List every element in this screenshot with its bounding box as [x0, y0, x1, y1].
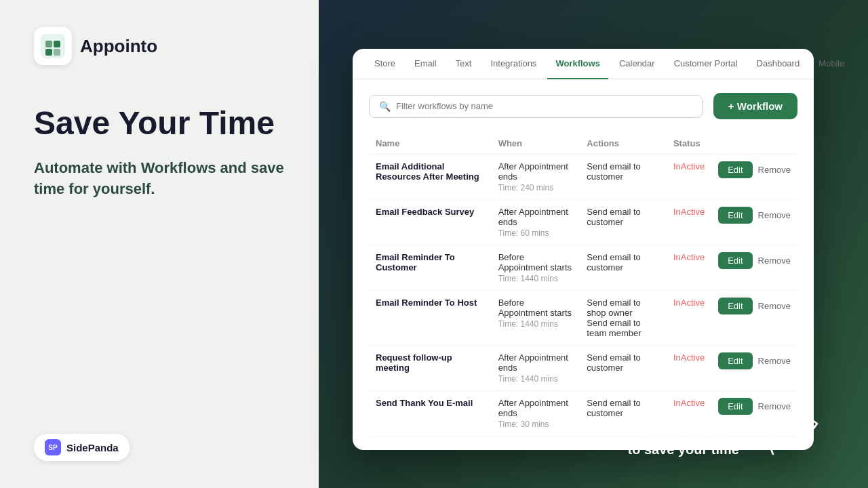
tab-workflows[interactable]: Workflows	[547, 49, 608, 79]
workflow-when-cell: Before Appointment startsTime: 1440 mins	[492, 291, 580, 346]
edit-button[interactable]: Edit	[718, 352, 752, 369]
table-row: Email Reminder To HostBefore Appointment…	[369, 291, 797, 346]
workflow-name: Email Reminder To Customer	[376, 252, 455, 272]
workflow-actions-cell: Send email to shop owner Send email to t…	[580, 291, 667, 346]
tab-integrations[interactable]: Integrations	[482, 49, 545, 79]
table-row: Email Reminder To CustomerBefore Appoint…	[369, 245, 797, 291]
right-panel: Store Email Text Integrations Workflows …	[319, 0, 868, 488]
remove-button[interactable]: Remove	[758, 356, 791, 366]
row-actions-group: EditRemove	[718, 161, 791, 178]
sidepanda-icon: SP	[45, 439, 61, 455]
col-actions: Actions	[580, 133, 667, 155]
when-time: Time: 240 mins	[498, 183, 574, 192]
edit-button[interactable]: Edit	[718, 207, 752, 224]
table-row: Email Additional Resources After Meeting…	[369, 155, 797, 200]
workflow-row-actions-cell: EditRemove	[711, 346, 797, 391]
row-actions-group: EditRemove	[718, 398, 791, 415]
status-badge: InActive	[673, 252, 705, 262]
remove-button[interactable]: Remove	[758, 401, 791, 411]
when-main: After Appointment ends	[498, 161, 574, 182]
status-badge: InActive	[673, 352, 705, 363]
workflows-table: Name When Actions Status Email Additiona…	[369, 133, 797, 436]
workflow-actions-text: Send email to customer	[587, 161, 660, 182]
workflow-actions-cell: Send email to customer	[580, 245, 667, 291]
edit-button[interactable]: Edit	[718, 398, 752, 415]
when-main: After Appointment ends	[498, 398, 574, 418]
bottom-cta-text: Add workflowto save your time	[627, 423, 739, 458]
tab-email[interactable]: Email	[406, 49, 445, 79]
remove-button[interactable]: Remove	[758, 301, 791, 311]
tab-text[interactable]: Text	[448, 49, 480, 79]
when-time: Time: 30 mins	[498, 420, 574, 429]
row-actions-group: EditRemove	[718, 252, 791, 269]
left-panel: Appointo Save Your Time Automate with Wo…	[0, 0, 319, 488]
workflow-name: Send Thank You E-mail	[376, 398, 473, 408]
tab-customer-portal[interactable]: Customer Portal	[666, 49, 746, 79]
workflow-name-cell: Email Reminder To Customer	[369, 245, 492, 291]
row-actions-group: EditRemove	[718, 352, 791, 369]
when-main: After Appointment ends	[498, 207, 574, 227]
workflow-status-cell: InActive	[667, 200, 711, 245]
when-time: Time: 1440 mins	[498, 374, 574, 384]
svg-rect-1	[45, 41, 52, 47]
svg-rect-0	[41, 34, 65, 58]
workflow-row-actions-cell: EditRemove	[711, 245, 797, 291]
status-badge: InActive	[673, 398, 705, 408]
tab-dashboard[interactable]: Dashboard	[749, 49, 808, 79]
when-main: Before Appointment starts	[498, 298, 574, 318]
workflow-status-cell: InActive	[667, 245, 711, 291]
tab-store[interactable]: Store	[366, 49, 403, 79]
table-row: Request follow-up meetingAfter Appointme…	[369, 346, 797, 391]
table-row: Email Feedback SurveyAfter Appointment e…	[369, 200, 797, 245]
workflow-actions-text: Send email to customer	[587, 252, 660, 272]
edit-button[interactable]: Edit	[718, 252, 752, 269]
hero-content: Save Your Time Automate with Workflows a…	[34, 106, 285, 434]
when-time: Time: 60 mins	[498, 228, 574, 238]
search-input[interactable]	[396, 101, 692, 111]
row-actions-group: EditRemove	[718, 207, 791, 224]
workflow-name-cell: Email Feedback Survey	[369, 200, 492, 245]
workflow-actions-text: Send email to shop owner Send email to t…	[587, 298, 660, 338]
when-main: Before Appointment starts	[498, 252, 574, 272]
tab-mobile[interactable]: Mobile	[810, 49, 852, 79]
workflow-name: Request follow-up meeting	[376, 352, 452, 373]
workflow-row-actions-cell: EditRemove	[711, 291, 797, 346]
when-time: Time: 1440 mins	[498, 319, 574, 329]
remove-button[interactable]: Remove	[758, 165, 791, 175]
edit-button[interactable]: Edit	[718, 161, 752, 178]
remove-button[interactable]: Remove	[758, 210, 791, 220]
status-badge: InActive	[673, 161, 705, 171]
bottom-cta-area: Add workflowto save your time	[627, 413, 827, 468]
sidepanda-badge: SP SidePanda	[34, 434, 130, 461]
tab-calendar[interactable]: Calendar	[611, 49, 663, 79]
workflow-when-cell: After Appointment endsTime: 30 mins	[492, 391, 580, 436]
workflow-status-cell: InActive	[667, 346, 711, 391]
workflow-actions-text: Send email to customer	[587, 207, 660, 227]
when-time: Time: 1440 mins	[498, 274, 574, 283]
remove-button[interactable]: Remove	[758, 256, 791, 266]
svg-rect-3	[45, 49, 52, 56]
col-name: Name	[369, 133, 492, 155]
workflow-name: Email Reminder To Host	[376, 298, 477, 308]
workflow-status-cell: InActive	[667, 155, 711, 200]
workflow-name: Email Additional Resources After Meeting	[376, 161, 479, 182]
search-box: 🔍	[369, 95, 703, 118]
row-actions-group: EditRemove	[718, 298, 791, 314]
workflow-name-cell: Email Reminder To Host	[369, 291, 492, 346]
app-name: Appointo	[80, 36, 157, 57]
col-status: Status	[667, 133, 711, 155]
edit-button[interactable]: Edit	[718, 298, 752, 314]
hero-title: Save Your Time	[34, 106, 285, 142]
workflow-when-cell: After Appointment endsTime: 1440 mins	[492, 346, 580, 391]
workflow-name-cell: Send Thank You E-mail	[369, 391, 492, 436]
workflow-name-cell: Request follow-up meeting	[369, 346, 492, 391]
workflow-actions-cell: Send email to customer	[580, 200, 667, 245]
svg-rect-4	[54, 49, 60, 56]
workflow-name-cell: Email Additional Resources After Meeting	[369, 155, 492, 200]
nav-tabs: Store Email Text Integrations Workflows …	[353, 49, 814, 79]
workflow-when-cell: After Appointment endsTime: 60 mins	[492, 200, 580, 245]
workflow-row-actions-cell: EditRemove	[711, 200, 797, 245]
doodle-arrow-icon	[760, 413, 827, 468]
content-area: 🔍 + Workflow Name When Actions Status	[353, 79, 814, 450]
add-workflow-button[interactable]: + Workflow	[713, 93, 797, 119]
